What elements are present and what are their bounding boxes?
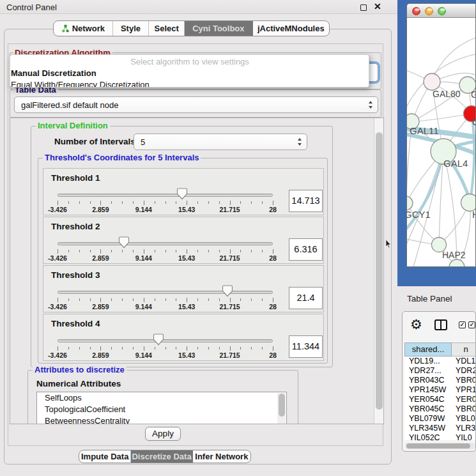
slider-tick-labels: -3.4262.8599.14415.4321.71528 [58,254,273,262]
table-row[interactable]: YPR145WYPR1 [404,385,476,395]
numerical-attributes-list[interactable]: SelfLoopsTopologicalCoefficientBetweenne… [36,392,287,424]
slider-handle-icon[interactable] [153,334,164,346]
table-header-row: shared... n [404,342,476,357]
dropdown-option[interactable]: Manual Discretization [10,68,369,79]
threshold-box: Threshold 3-3.4262.8599.14415.4321.71528… [43,265,324,312]
slider-handle-icon[interactable] [176,188,187,200]
gear-icon[interactable]: ⚙ [410,318,422,331]
zoom-traffic-light-icon[interactable] [438,7,446,15]
stepper-icon [298,138,302,146]
tab-jactivemnodules[interactable]: jActiveMNodules [253,21,329,36]
tab-network[interactable]: Network [54,21,113,36]
network-node-label: GAL11 [410,125,439,136]
network-node-label: GA [471,89,476,100]
threshold-slider[interactable]: -3.4262.8599.14415.4321.71528 [58,314,273,362]
split-view-icon[interactable] [434,319,447,330]
network-node-label: H [472,209,476,220]
threshold-box: Threshold 2-3.4262.8599.14415.4321.71528… [43,217,324,264]
network-node-gal80[interactable] [424,73,440,90]
slider-track[interactable] [58,339,273,342]
network-node-label: HAP2 [442,250,466,260]
network-canvas[interactable]: GAL80GACGAL11GAL4GCY1HHAP2 [407,18,476,267]
threshold-value-field[interactable]: 14.713 [289,190,323,212]
checkbox-icon[interactable]: ✓ [459,321,466,328]
control-panel-title: Control Panel [6,3,57,12]
table-row[interactable]: YBR043CYBR0 [404,376,476,385]
network-node-gcy1[interactable] [407,196,413,210]
slider-track[interactable] [58,194,273,197]
settings-scrollbar-thumb[interactable] [376,132,383,410]
table-panel-title: Table Panel [407,294,452,303]
dropdown-option[interactable]: Equal Width/Frequency Discretization [10,79,369,88]
settings-scroll-viewport: Interval Definition Number of Intervals … [10,118,384,424]
threshold-slider[interactable]: -3.4262.8599.14415.4321.71528 [58,217,273,265]
tab-impute-data[interactable]: Impute Data [79,450,131,463]
apply-button[interactable]: Apply [145,427,181,441]
table-data-combobox[interactable]: galFiltered.sif default node [14,96,378,113]
tab-infer-network[interactable]: Infer Network [193,450,250,463]
number-of-intervals-combobox[interactable]: 5 [134,134,307,150]
table-rows: YDL19...YDL1YDR27...YDR2YBR043CYBR0YPR14… [404,357,476,440]
numerical-attributes-label: Numerical Attributes [36,379,121,388]
threshold-value-field[interactable]: 21.4 [289,287,323,309]
table-panel-window: ⚙ ✓ ✓ shared... n YDL19...YDL1YDR27...YD… [402,311,476,452]
thresholds-group-label: Threshold's Coordinates for 5 Intervals [43,153,201,162]
app-window: Control Panel ✕ NetworkStyleSelectCyni T… [0,0,476,476]
number-of-intervals-value: 5 [141,137,145,147]
table-row[interactable]: YDL19...YDL1 [404,357,476,366]
attributes-group-label: Attributes to discretize [33,365,127,374]
slider-track[interactable] [58,291,273,294]
network-graph[interactable]: GAL80GACGAL11GAL4GCY1HHAP2 [407,18,476,267]
list-scrollbar[interactable] [277,393,286,424]
threshold-slider[interactable]: -3.4262.8599.14415.4321.71528 [58,266,273,313]
attribute-list-item[interactable]: SelfLoops [37,392,286,404]
tab-cyni-toolbox[interactable]: Cyni Toolbox [185,21,253,36]
slider-track[interactable] [58,242,273,245]
attribute-list-item[interactable]: TopologicalCoefficient [37,404,286,415]
tab-style[interactable]: Style [113,21,150,36]
dropdown-placeholder-item[interactable]: Select algorithm to view settings [10,55,369,68]
interval-definition-label: Interval Definition [36,121,110,130]
number-of-intervals-label: Number of Intervals [54,137,135,146]
slider-handle-icon[interactable] [119,236,130,249]
list-scrollbar-thumb[interactable] [279,394,285,417]
column-header-shared-name[interactable]: shared... [404,342,452,357]
table-horizontal-scrollbar[interactable] [405,443,475,449]
slider-tick-labels: -3.4262.8599.14415.4321.71528 [58,303,273,311]
checkbox-icon[interactable]: ✓ [468,321,475,328]
algorithm-dropdown-popup: Select algorithm to view settingsManual … [10,54,369,88]
column-header-name[interactable]: n [452,342,476,357]
network-window-titlebar[interactable] [407,4,476,18]
table-row[interactable]: YIL052CYIL0 [404,433,476,440]
threshold-value-field[interactable]: 6.316 [289,238,323,261]
mouse-cursor [385,240,392,249]
float-window-icon[interactable] [360,4,367,11]
tab-select[interactable]: Select [149,21,185,36]
minimize-traffic-light-icon[interactable] [425,7,433,15]
attribute-list-item[interactable]: BetweennessCentrality [37,415,286,424]
threshold-stack: Threshold 1-3.4262.8599.14415.4321.71528… [43,168,324,362]
network-view-window: GAL80GACGAL11GAL4GCY1HHAP2 [406,3,476,267]
close-traffic-light-icon[interactable] [412,7,420,15]
threshold-slider[interactable]: -3.4262.8599.14415.4321.71528 [58,169,273,216]
table-data-value: galFiltered.sif default node [21,100,118,110]
tab-discretize-data[interactable]: Discretize Data [131,450,192,463]
table-hscrollbar-thumb[interactable] [406,443,470,449]
network-icon [61,24,70,33]
table-row[interactable]: YLR345WYLR3 [404,424,476,433]
table-row[interactable]: YBR045CYBR0 [404,404,476,414]
threshold-value-field[interactable]: 11.344 [289,335,323,358]
table-row[interactable]: YDR27...YDR2 [404,366,476,376]
bottom-tab-bar: Impute DataDiscretize DataInfer Network [79,450,251,463]
top-tab-bar: NetworkStyleSelectCyni ToolboxjActiveMNo… [53,20,330,36]
threshold-box: Threshold 4-3.4262.8599.14415.4321.71528… [43,314,324,361]
table-row[interactable]: YER054CYER0 [404,395,476,404]
close-icon[interactable]: ✕ [374,1,381,12]
slider-handle-icon[interactable] [222,285,233,297]
settings-scrollbar[interactable] [374,118,384,424]
slider-tick-labels: -3.4262.8599.14415.4321.71528 [58,351,273,359]
control-panel-titlebar [0,0,397,14]
threshold-box: Threshold 1-3.4262.8599.14415.4321.71528… [43,168,324,215]
network-node-label: GCY1 [407,209,431,220]
table-row[interactable]: YBL079WYBL0 [404,414,476,424]
